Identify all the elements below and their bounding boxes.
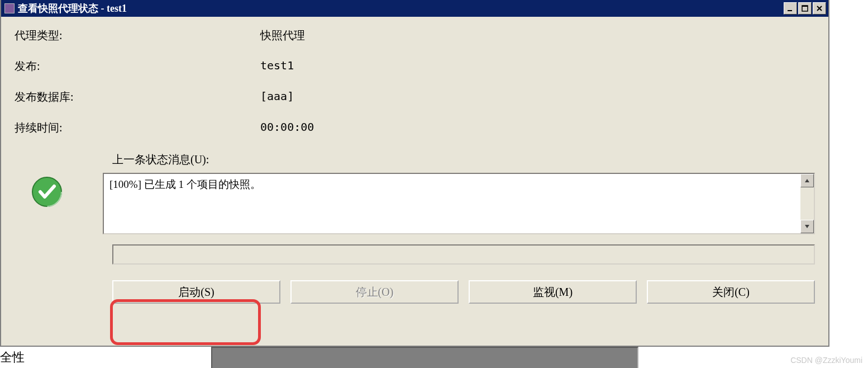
highlight-annotation	[110, 299, 261, 345]
start-button[interactable]: 启动(S)	[112, 280, 280, 304]
scroll-up-button[interactable]	[800, 174, 814, 187]
publication-label: 发布:	[15, 59, 260, 74]
stop-button: 停止(O)	[290, 280, 459, 304]
title-bar[interactable]: 查看快照代理状态 - test1	[1, 0, 828, 17]
scrollbar[interactable]	[800, 174, 814, 233]
duration-label: 持续时间:	[15, 120, 260, 135]
database-value: [aaa]	[260, 89, 294, 105]
fragment-text: 全性	[0, 349, 25, 366]
bottom-bar	[211, 347, 638, 368]
svg-rect-0	[788, 10, 792, 11]
app-icon	[4, 3, 15, 13]
maximize-button[interactable]	[798, 2, 812, 15]
close-button[interactable]	[813, 2, 826, 15]
window-title: 查看快照代理状态 - test1	[18, 2, 127, 15]
close-dialog-button[interactable]: 关闭(C)	[647, 280, 815, 304]
last-status-label: 上一条状态消息(U):	[112, 152, 817, 167]
publication-value: test1	[260, 59, 294, 74]
progress-bar	[112, 244, 815, 265]
scroll-down-button[interactable]	[800, 220, 814, 233]
svg-rect-2	[802, 6, 808, 7]
dialog-window: 查看快照代理状态 - test1 代理类型: 快照代理 发布:	[0, 0, 829, 347]
database-label: 发布数据库:	[15, 89, 260, 105]
agent-type-value: 快照代理	[260, 28, 305, 43]
status-message-text: [100%] 已生成 1 个项目的快照。	[109, 178, 261, 190]
agent-type-label: 代理类型:	[15, 28, 260, 43]
watermark: CSDN @ZzzkiYoumi	[790, 356, 862, 365]
minimize-button[interactable]	[784, 2, 797, 15]
success-icon	[30, 175, 64, 209]
monitor-button[interactable]: 监视(M)	[469, 280, 637, 304]
duration-value: 00:00:00	[260, 120, 314, 135]
status-message-box[interactable]: [100%] 已生成 1 个项目的快照。	[103, 173, 815, 234]
